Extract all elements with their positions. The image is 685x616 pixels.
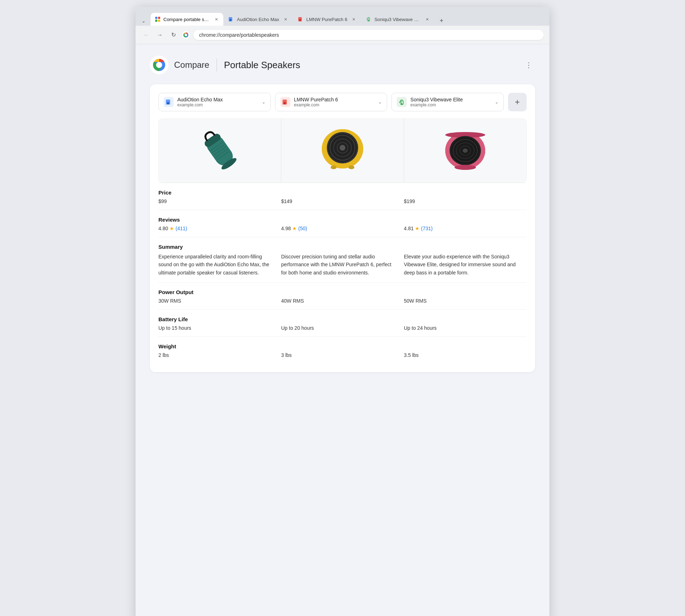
tab-list-chevron[interactable]: ⌄ (138, 16, 148, 26)
product-selector-audiotion[interactable]: AudiOtion Echo Max example.com ⌄ (158, 93, 271, 111)
url-input[interactable] (193, 30, 544, 40)
svg-point-35 (340, 145, 345, 151)
product-selector-lmnw[interactable]: LMNW PurePatch 6 example.com ⌄ (275, 93, 387, 111)
svg-rect-3 (158, 20, 160, 22)
reviews-data: 4.80 ★ (411) 4.98 ★ (50) 4.81 ★ (731 (158, 226, 527, 237)
tab-soniqu-label: Soniqu3 Vibewave Elite (374, 17, 421, 22)
reviews-soniqu: 4.81 ★ (731) (404, 226, 527, 231)
reviews-label: Reviews (158, 210, 527, 226)
price-lmnw: $149 (281, 198, 404, 204)
weight-audiotion: 2 lbs (158, 352, 281, 358)
page-header-left: Compare Portable Speakers (150, 56, 300, 74)
summary-lmnw: Discover precision tuning and stellar au… (281, 253, 404, 277)
audiotion-speaker-svg (200, 127, 239, 174)
reload-button[interactable]: ↻ (168, 30, 178, 40)
product-audiotion-name: AudiOtion Echo Max (177, 97, 258, 102)
tab-lmnw-label: LMNW PurePatch 6 (306, 17, 347, 22)
product-selector-audiotion-icon (164, 97, 174, 107)
tab-soniqu[interactable]: Soniqu3 Vibewave Elite ✕ (361, 13, 434, 26)
product-images (158, 118, 527, 183)
tab-compare-label: Compare portable speaker (163, 17, 210, 22)
header-compare-label: Compare (174, 60, 209, 70)
rating-lmnw: 4.98 (281, 226, 291, 231)
product-lmnw-site: example.com (294, 102, 375, 107)
battery-lmnw: Up to 20 hours (281, 325, 404, 331)
header-menu-button[interactable]: ⋮ (522, 59, 535, 71)
product-selector-soniqu-info: Soniqu3 Vibewave Elite example.com (410, 97, 491, 107)
power-lmnw: 40W RMS (281, 298, 404, 304)
compare-table: Price $99 $149 $199 Reviews 4.80 ★ (41 (158, 183, 527, 364)
tab-bar: ⌄ Compare portable speaker ✕ (136, 7, 549, 26)
tab-compare-close[interactable]: ✕ (213, 16, 219, 22)
power-label: Power Output (158, 283, 527, 298)
tab-soniqu-close[interactable]: ✕ (424, 16, 430, 22)
svg-point-8 (367, 20, 369, 21)
svg-point-11 (185, 34, 187, 36)
star-lmnw: ★ (292, 226, 297, 231)
weight-lmnw: 3 lbs (281, 352, 404, 358)
tab-soniqu-icon (366, 16, 371, 22)
header-category-label: Portable Speakers (224, 60, 300, 71)
svg-point-19 (401, 103, 402, 105)
compare-row-weight: Weight 2 lbs 3 lbs 3.5 lbs (158, 337, 527, 364)
new-tab-button[interactable]: + (436, 16, 446, 26)
add-product-button[interactable]: + (508, 93, 527, 111)
compare-row-reviews: Reviews 4.80 ★ (411) 4.98 ★ (50) (158, 210, 527, 237)
summary-soniqu: Elevate your audio experience with the S… (404, 253, 527, 277)
rating-audiotion: 4.80 (158, 226, 168, 231)
svg-rect-0 (155, 17, 157, 19)
chrome-logo (182, 31, 190, 39)
chrome-logo-large (150, 56, 168, 74)
product-selector-lmnw-icon (280, 97, 290, 107)
product-image-audiotion (158, 118, 281, 183)
header-divider (217, 59, 217, 71)
tab-lmnw-close[interactable]: ✕ (351, 16, 356, 22)
svg-point-16 (167, 102, 169, 104)
page-header: Compare Portable Speakers ⋮ (150, 56, 535, 74)
summary-audiotion: Experience unparalleled clarity and room… (158, 253, 281, 277)
weight-soniqu: 3.5 lbs (404, 352, 527, 358)
compare-row-price: Price $99 $149 $199 (158, 183, 527, 210)
page-content: Compare Portable Speakers ⋮ (136, 44, 549, 616)
star-soniqu: ★ (415, 226, 420, 231)
svg-point-18 (284, 102, 286, 104)
tab-compare[interactable]: Compare portable speaker ✕ (151, 13, 223, 26)
tab-audiotion[interactable]: AudiOtion Echo Max ✕ (224, 13, 293, 26)
svg-point-49 (455, 165, 476, 170)
compare-row-battery: Battery Life Up to 15 hours Up to 20 hou… (158, 309, 527, 337)
price-data: $99 $149 $199 (158, 198, 527, 210)
battery-soniqu: Up to 24 hours (404, 325, 527, 331)
reviews-lmnw: 4.98 ★ (50) (281, 226, 404, 231)
forward-button[interactable]: → (155, 30, 165, 40)
summary-data: Experience unparalleled clarity and room… (158, 253, 527, 282)
back-button[interactable]: ← (141, 30, 151, 40)
price-audiotion: $99 (158, 198, 281, 204)
review-link-lmnw[interactable]: (50) (298, 226, 307, 231)
weight-data: 2 lbs 3 lbs 3.5 lbs (158, 352, 527, 364)
product-selector-soniqu[interactable]: Soniqu3 Vibewave Elite example.com ⌄ (391, 93, 504, 111)
compare-card: AudiOtion Echo Max example.com ⌄ LMNW Pu… (150, 84, 535, 372)
product-lmnw-name: LMNW PurePatch 6 (294, 97, 375, 102)
price-label: Price (158, 183, 527, 198)
review-link-audiotion[interactable]: (411) (176, 226, 187, 231)
summary-label: Summary (158, 237, 527, 253)
address-bar: ← → ↻ (136, 26, 549, 44)
review-link-soniqu[interactable]: (731) (421, 226, 433, 231)
compare-row-power: Power Output 30W RMS 40W RMS 50W RMS (158, 282, 527, 309)
tab-audiotion-close[interactable]: ✕ (283, 16, 289, 22)
svg-rect-38 (331, 166, 336, 169)
tab-audiotion-label: AudiOtion Echo Max (237, 17, 279, 22)
product-selectors: AudiOtion Echo Max example.com ⌄ LMNW Pu… (158, 93, 527, 111)
product-image-lmnw (281, 118, 404, 183)
tab-lmnw[interactable]: LMNW PurePatch 6 ✕ (294, 13, 361, 26)
product-audiotion-site: example.com (177, 102, 258, 107)
compare-row-summary: Summary Experience unparalleled clarity … (158, 237, 527, 282)
svg-point-14 (156, 62, 162, 68)
power-audiotion: 30W RMS (158, 298, 281, 304)
tab-lmnw-icon (298, 16, 304, 22)
reviews-audiotion: 4.80 ★ (411) (158, 226, 281, 231)
rating-soniqu: 4.81 (404, 226, 413, 231)
tab-bar-left: ⌄ (138, 16, 148, 26)
battery-label: Battery Life (158, 310, 527, 325)
price-soniqu: $199 (404, 198, 527, 204)
